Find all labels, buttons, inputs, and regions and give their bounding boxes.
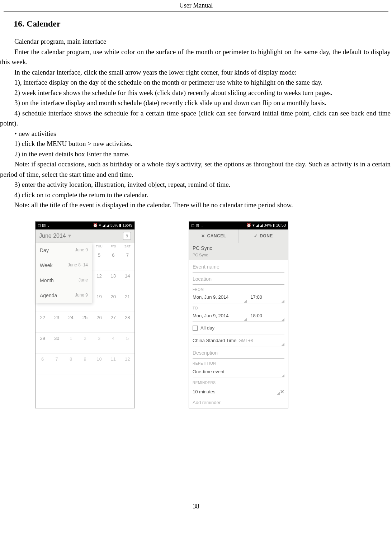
view-mode-label: Agenda bbox=[40, 292, 57, 299]
reminders-label: REMINDERS bbox=[193, 378, 284, 385]
day-cell[interactable]: 24 bbox=[64, 312, 78, 333]
spinner-triangle-icon bbox=[282, 374, 284, 377]
day-cell[interactable]: 11 bbox=[106, 354, 120, 374]
signal-icon: ◢ bbox=[106, 222, 109, 228]
calendar-header[interactable]: June 2014 ▾ 9 bbox=[36, 229, 134, 243]
wifi-icon: ▾ bbox=[99, 222, 101, 228]
screenshot-calendar-month: ◻ ▧ ⋮ ⏰ ▾ ◢ ◢ 33% ▮ 16:49 June 2014 ▾ 9 bbox=[35, 221, 135, 409]
spinner-triangle-icon bbox=[282, 343, 284, 346]
to-time-picker[interactable]: 18:00 bbox=[250, 311, 284, 322]
day-cell[interactable]: 4 bbox=[106, 333, 120, 354]
body-paragraph: Calendar program, main interface bbox=[0, 37, 392, 47]
day-cell[interactable]: 10 bbox=[92, 354, 106, 374]
timezone-offset: GMT+8 bbox=[238, 337, 253, 344]
statusbar: ◻ ▧ ⋮ ⏰ ▾ ◢ ◢ 33% ▮ 16:49 bbox=[36, 222, 134, 229]
view-mode-detail: June bbox=[79, 277, 88, 284]
view-mode-agenda[interactable]: Agenda June 9 bbox=[36, 288, 92, 303]
day-cell[interactable]: 27 bbox=[106, 312, 120, 333]
notification-icon: ▧ bbox=[195, 222, 199, 228]
day-cell[interactable]: 28 bbox=[121, 312, 134, 333]
view-mode-label: Day bbox=[40, 247, 49, 254]
view-mode-detail: June 9 bbox=[75, 247, 88, 254]
day-cell[interactable]: 22 bbox=[36, 312, 49, 333]
location-input[interactable]: Location bbox=[193, 273, 284, 285]
battery-icon: ▮ bbox=[119, 222, 121, 228]
location-placeholder: Location bbox=[193, 276, 212, 282]
timezone-selector[interactable]: China Standard Time GMT+8 bbox=[193, 335, 284, 347]
dow-label: SAT bbox=[121, 243, 134, 250]
spinner-triangle-icon bbox=[244, 300, 247, 303]
page-header: User Manual bbox=[4, 0, 388, 11]
body-paragraph: In the calendar interface, click the sma… bbox=[0, 67, 392, 78]
done-button[interactable]: ✓ DONE bbox=[239, 229, 288, 243]
view-mode-popup: Day June 9 Week June 8–14 Month June Age… bbox=[36, 243, 92, 303]
notification-icon: ◻ bbox=[191, 222, 194, 228]
day-cell[interactable]: 3 bbox=[92, 333, 106, 354]
day-cell[interactable]: 23 bbox=[49, 312, 63, 333]
repetition-label: REPETITION bbox=[193, 359, 284, 366]
reminder-value: 10 minutes bbox=[193, 389, 216, 394]
reminder-selector[interactable]: 10 minutes bbox=[193, 388, 280, 395]
spinner-triangle-icon bbox=[277, 392, 280, 395]
from-label: FROM bbox=[193, 285, 284, 292]
section-heading: 16. Calender bbox=[14, 17, 392, 30]
alarm-icon: ⏰ bbox=[93, 222, 98, 228]
body-paragraph: 1), interface display on the day of the … bbox=[0, 77, 392, 88]
all-day-checkbox[interactable]: All day bbox=[193, 322, 284, 335]
screenshot-new-event: ◻ ▧ ⋮ ⏰ ▾ ◢ ◢ 34% ▮ 16:53 ✕ CANCEL bbox=[189, 221, 288, 409]
timezone-name: China Standard Time bbox=[193, 337, 236, 344]
day-cell[interactable]: 6 bbox=[36, 354, 49, 374]
calendar-account-selector[interactable]: PC Sync PC Sync bbox=[189, 243, 288, 261]
view-mode-label: Month bbox=[40, 277, 54, 284]
day-cell[interactable]: 19 bbox=[92, 291, 106, 312]
battery-icon: ▮ bbox=[273, 222, 275, 228]
day-cell[interactable]: 9 bbox=[78, 354, 92, 374]
day-cell[interactable]: 20 bbox=[106, 291, 120, 312]
body-paragraph: 3) enter the activity location, illustra… bbox=[0, 180, 392, 190]
day-cell[interactable]: 14 bbox=[121, 270, 134, 291]
day-cell[interactable]: 5 bbox=[92, 250, 106, 270]
view-mode-month[interactable]: Month June bbox=[36, 273, 92, 288]
event-name-input[interactable]: Event name bbox=[193, 260, 284, 273]
event-topbar: ✕ CANCEL ✓ DONE bbox=[189, 229, 288, 243]
view-mode-week[interactable]: Week June 8–14 bbox=[36, 258, 92, 273]
day-cell[interactable]: 30 bbox=[49, 333, 63, 354]
done-label: DONE bbox=[260, 233, 273, 239]
day-cell[interactable]: 13 bbox=[106, 270, 120, 291]
month-title: June 2014 bbox=[39, 232, 66, 240]
day-cell[interactable]: 6 bbox=[106, 250, 120, 270]
day-cell[interactable]: 5 bbox=[121, 333, 134, 354]
cancel-button[interactable]: ✕ CANCEL bbox=[189, 229, 239, 243]
day-cell[interactable]: 7 bbox=[121, 250, 134, 270]
description-placeholder: Description bbox=[193, 350, 218, 356]
day-cell[interactable]: 26 bbox=[92, 312, 106, 333]
clock-text: 16:53 bbox=[276, 222, 286, 228]
view-mode-label: Week bbox=[40, 262, 53, 269]
day-cell[interactable]: 7 bbox=[49, 354, 63, 374]
day-cell[interactable]: 21 bbox=[121, 291, 134, 312]
day-cell[interactable]: 25 bbox=[78, 312, 92, 333]
dow-label: THU bbox=[92, 243, 106, 250]
notification-icon: ⋮ bbox=[47, 222, 51, 228]
day-cell[interactable]: 1 bbox=[64, 333, 78, 354]
view-mode-day[interactable]: Day June 9 bbox=[36, 243, 92, 258]
close-icon: ✕ bbox=[201, 233, 205, 239]
day-cell[interactable]: 2 bbox=[78, 333, 92, 354]
to-date-picker[interactable]: Mon, Jun 9, 2014 bbox=[193, 311, 247, 322]
from-date-picker[interactable]: Mon, Jun 9, 2014 bbox=[193, 292, 247, 303]
battery-text: 33% bbox=[110, 222, 118, 228]
day-cell[interactable]: 8 bbox=[64, 354, 78, 374]
body-paragraph: Note: all the title of the event is disp… bbox=[0, 200, 392, 210]
day-cell[interactable]: 12 bbox=[92, 270, 106, 291]
day-cell[interactable]: 29 bbox=[36, 333, 49, 354]
repetition-selector[interactable]: One-time event bbox=[193, 366, 284, 378]
today-badge[interactable]: 9 bbox=[123, 232, 131, 240]
signal-icon: ◢ bbox=[102, 222, 105, 228]
add-reminder-button[interactable]: Add reminder bbox=[193, 398, 284, 408]
battery-text: 34% bbox=[264, 222, 271, 228]
remove-reminder-button[interactable]: ✕ bbox=[280, 388, 284, 396]
description-input[interactable]: Description bbox=[193, 346, 284, 359]
from-time-picker[interactable]: 17:00 bbox=[250, 292, 284, 303]
account-subtitle: PC Sync bbox=[193, 252, 284, 258]
day-cell[interactable]: 12 bbox=[121, 354, 134, 374]
